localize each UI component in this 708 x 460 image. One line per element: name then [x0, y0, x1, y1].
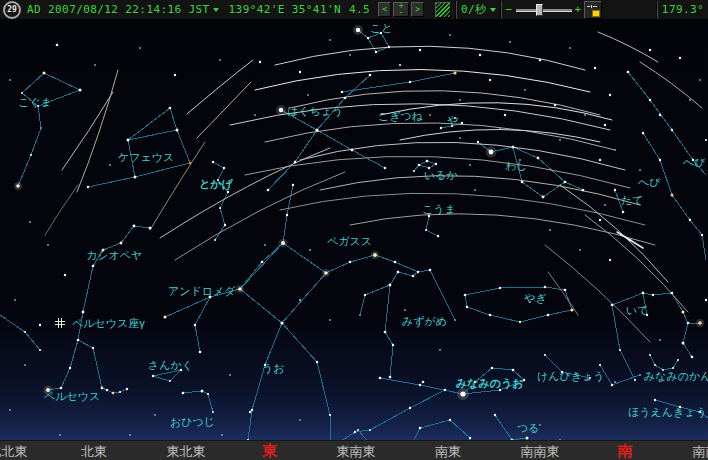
speed-dropdown-icon[interactable]	[490, 8, 496, 12]
star	[404, 309, 406, 311]
constellation-line	[83, 266, 93, 312]
star	[106, 389, 108, 391]
star	[16, 184, 20, 188]
star	[614, 149, 616, 151]
constellation-label: へび	[638, 176, 661, 188]
meteor-trail	[160, 148, 330, 238]
zoom-slider[interactable]	[516, 3, 572, 17]
star	[634, 379, 636, 381]
sky-canvas[interactable]: ことこぐまケフェウスはくちょうこぎつねやわしへびへびたてとかげいるかこうまカシオ…	[0, 20, 708, 440]
moon-age-indicator: 29	[3, 1, 21, 19]
hatch-pattern-button[interactable]	[435, 2, 451, 18]
constellation-label: みなみのうお	[456, 377, 524, 390]
star	[454, 319, 456, 321]
star	[329, 39, 331, 41]
star	[29, 221, 31, 223]
toolbar-separator	[455, 1, 457, 19]
datetime-display[interactable]: AD 2007/08/12 22:14:16 JST	[27, 3, 210, 16]
view-adjust-button[interactable]	[584, 1, 602, 19]
compass-label: 南南東	[521, 443, 560, 460]
constellation-line	[429, 164, 436, 168]
constellation-line	[522, 182, 543, 197]
sky-svg[interactable]: ことこぐまケフェウスはくちょうこぎつねやわしへびへびたてとかげいるかこうまカシオ…	[0, 20, 708, 440]
constellation-label: こぎつね	[378, 110, 423, 122]
star	[701, 234, 703, 236]
step-back-button[interactable]: <	[378, 2, 391, 17]
star	[354, 431, 356, 433]
star	[109, 164, 111, 166]
star	[489, 150, 494, 155]
star	[299, 71, 301, 73]
star	[689, 99, 691, 101]
constellation-line	[653, 293, 672, 295]
star	[504, 114, 506, 116]
constellation-line	[702, 235, 706, 260]
constellation-line	[22, 73, 44, 93]
meteor-trail	[545, 245, 650, 342]
star	[435, 163, 437, 165]
constellation-label: ケフェウス	[118, 151, 174, 163]
speed-select[interactable]: 0/秒	[461, 2, 486, 17]
constellation-line	[330, 432, 355, 440]
yellow-tag-icon	[592, 10, 600, 17]
star	[659, 339, 661, 341]
zoom-out-label[interactable]: −	[506, 3, 513, 16]
star	[614, 381, 616, 383]
meteor-trail	[320, 176, 640, 205]
star	[286, 214, 288, 216]
radiant-label: ペルセウス座γ	[72, 317, 145, 329]
constellation-line	[368, 38, 376, 52]
star	[698, 321, 702, 325]
constellation-line	[317, 130, 352, 150]
star	[512, 146, 515, 149]
zoom-slider-thumb[interactable]	[536, 4, 543, 16]
constellation-label: へび	[683, 156, 706, 168]
constellation-line	[265, 323, 282, 365]
star	[652, 294, 654, 296]
star	[599, 159, 601, 161]
star	[43, 72, 46, 75]
star	[375, 51, 377, 53]
star	[499, 287, 501, 289]
constellation-line	[195, 325, 200, 352]
star	[422, 381, 425, 384]
constellation-line	[25, 332, 40, 350]
star	[439, 349, 441, 351]
star	[509, 41, 511, 43]
star	[251, 409, 253, 411]
constellation-line	[430, 270, 455, 320]
star	[671, 129, 673, 131]
meteor-trail	[77, 70, 118, 192]
star	[9, 409, 11, 411]
star	[622, 211, 625, 214]
compass-label: 南東	[435, 443, 461, 460]
radiant-marker	[55, 318, 65, 328]
star	[379, 377, 382, 380]
constellation-line	[170, 108, 177, 130]
constellation-line	[220, 208, 225, 225]
star	[429, 269, 432, 272]
star	[182, 392, 185, 395]
star	[409, 407, 411, 409]
star	[82, 311, 85, 314]
constellation-line	[213, 162, 224, 168]
star	[604, 204, 606, 206]
star	[639, 169, 641, 171]
star	[544, 354, 546, 356]
constellation-line	[683, 323, 688, 343]
star	[459, 99, 461, 101]
step-forward-button[interactable]: >	[411, 2, 424, 17]
constellation-line	[282, 323, 317, 362]
zoom-in-label[interactable]: +	[575, 3, 582, 16]
star	[571, 309, 574, 312]
constellation-line	[385, 285, 390, 332]
constellation-line	[467, 307, 490, 315]
zoom-slider-track[interactable]	[516, 9, 572, 12]
star	[699, 79, 701, 81]
star	[409, 81, 411, 83]
datetime-dropdown-icon[interactable]	[213, 8, 219, 12]
constellation-line	[407, 428, 420, 440]
step-adjust-button[interactable]: + -	[393, 2, 409, 17]
constellation-label: みずがめ	[402, 315, 447, 328]
star	[94, 64, 96, 66]
